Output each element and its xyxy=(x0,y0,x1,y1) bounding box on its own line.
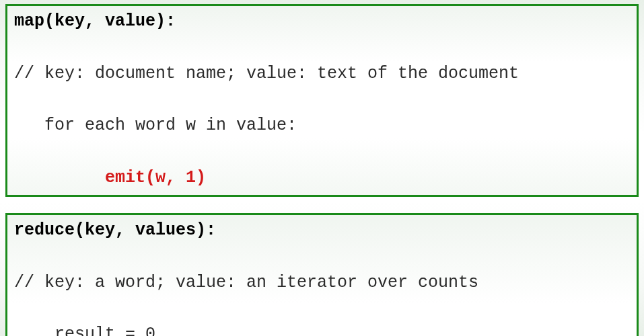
map-function-box: map(key, value): // key: document name; … xyxy=(5,4,639,197)
map-comment: // key: document name; value: text of th… xyxy=(14,61,630,87)
map-code: map(key, value): // key: document name; … xyxy=(14,9,630,191)
reduce-function-box: reduce(key, values): // key: a word; val… xyxy=(5,213,639,336)
map-loop: for each word w in value: xyxy=(14,113,630,139)
reduce-signature: reduce(key, values): xyxy=(14,218,630,244)
reduce-init: result = 0 xyxy=(14,322,630,336)
map-emit: emit(w, 1) xyxy=(14,165,630,192)
map-signature: map(key, value): xyxy=(14,9,630,35)
reduce-code: reduce(key, values): // key: a word; val… xyxy=(14,218,630,336)
reduce-comment: // key: a word; value: an iterator over … xyxy=(14,270,630,296)
